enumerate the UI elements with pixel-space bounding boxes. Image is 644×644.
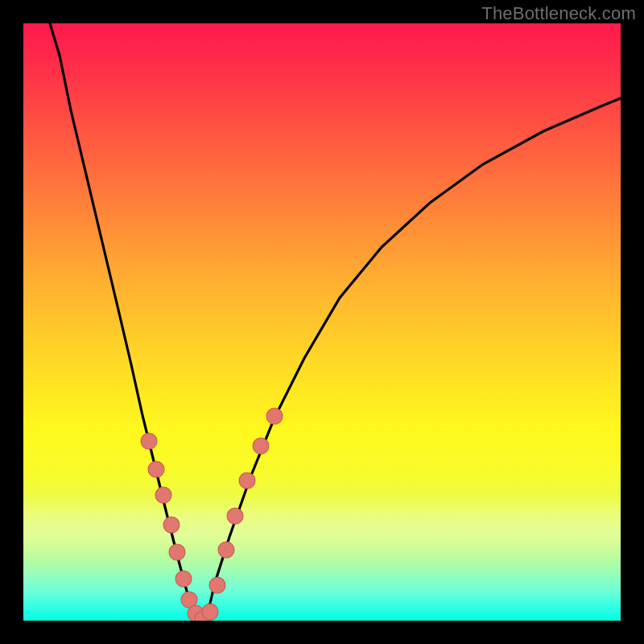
- marker: [148, 461, 164, 477]
- marker: [202, 604, 218, 620]
- marker: [155, 487, 171, 503]
- marker: [253, 438, 269, 454]
- marker: [239, 473, 255, 489]
- marker: [218, 542, 234, 558]
- marker: [227, 508, 243, 524]
- marker: [163, 517, 180, 533]
- marker: [209, 577, 225, 593]
- watermark-text: TheBottleneck.com: [481, 3, 636, 24]
- marker: [141, 433, 157, 449]
- frame: TheBottleneck.com: [0, 0, 644, 644]
- marker: [169, 544, 185, 560]
- curve-left: [50, 23, 203, 621]
- marker: [266, 408, 283, 424]
- marker: [175, 571, 192, 587]
- curve-right: [203, 98, 621, 621]
- marker-group: [141, 408, 283, 621]
- plot-area: [23, 23, 621, 621]
- chart-svg: [23, 23, 621, 621]
